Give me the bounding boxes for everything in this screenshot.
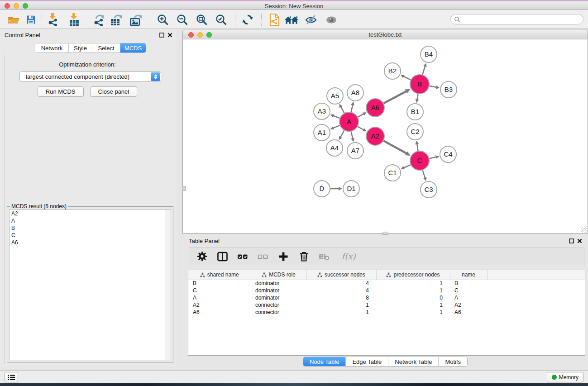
edge-A-A7[interactable] [351, 131, 353, 138]
mcds-result-item[interactable]: A6 [10, 239, 171, 246]
edge-A-A6[interactable] [358, 114, 363, 117]
edge-B-B3[interactable] [430, 86, 436, 87]
tab-edge-table[interactable]: Edge Table [346, 357, 388, 366]
network-window-titlebar[interactable]: testGlobe.txt [182, 29, 588, 39]
search-input[interactable] [460, 16, 583, 23]
edge-A6-B[interactable] [384, 91, 406, 103]
delete-column-trash-icon[interactable] [298, 251, 310, 262]
table-cell[interactable]: 4 [306, 287, 376, 294]
mcds-result-item[interactable]: A [10, 217, 171, 224]
table-row[interactable]: Bdominator41B [188, 280, 585, 287]
table-cell[interactable]: 0 [376, 294, 450, 301]
table-cell[interactable]: B [450, 280, 487, 287]
edge-C-C1[interactable] [404, 165, 411, 167]
table-cell[interactable]: C [450, 287, 487, 294]
new-network-from-selection-icon[interactable] [267, 13, 282, 27]
table-cell[interactable]: 1 [376, 287, 450, 294]
import-table-icon[interactable] [67, 13, 81, 27]
edge-A-A4[interactable] [341, 130, 344, 137]
table-cell[interactable]: 1 [376, 309, 450, 316]
edge-A-A8[interactable] [351, 105, 353, 112]
table-cell[interactable]: A6 [450, 309, 487, 316]
edge-A-A2[interactable] [358, 127, 363, 130]
zoom-selected-icon[interactable] [214, 13, 228, 27]
save-session-icon[interactable] [24, 13, 38, 27]
table-cell[interactable]: A6 [188, 309, 251, 316]
tab-node-table[interactable]: Node Table [303, 357, 346, 366]
run-mcds-button[interactable]: Run MCDS [38, 86, 84, 97]
edge-A2-C[interactable] [383, 141, 406, 153]
table-row[interactable]: A6connector11A6 [188, 309, 585, 316]
close-panel-button[interactable]: Close panel [90, 86, 138, 97]
table-cell[interactable]: A2 [450, 301, 487, 309]
splitter-handle[interactable] [182, 186, 186, 191]
table-cell[interactable]: dominator [251, 280, 306, 287]
hide-selected-icon[interactable] [304, 13, 318, 27]
deselect-all-icon[interactable] [257, 251, 269, 262]
open-session-icon[interactable] [6, 13, 21, 27]
tab-network-table[interactable]: Network Table [388, 357, 439, 366]
table-cell[interactable]: 1 [376, 280, 450, 287]
zoom-in-icon[interactable] [155, 13, 170, 27]
table-row[interactable]: Cdominator41C [188, 287, 585, 294]
network-canvas-area[interactable]: B4B2BB3A5A8A6A3AB1A1A2C2A4A7C4C1CC3DD1 [182, 39, 588, 234]
table-row[interactable]: Adominator80A [188, 294, 585, 301]
float-table-panel-icon[interactable] [569, 238, 574, 244]
zoom-fit-icon[interactable] [194, 13, 209, 27]
table-cell[interactable]: A [188, 294, 251, 301]
select-all-icon[interactable] [237, 251, 249, 262]
edge-B-B2[interactable] [404, 76, 411, 80]
edge-A-A3[interactable] [334, 116, 339, 118]
table-cell[interactable]: C [188, 287, 251, 294]
zoom-out-icon[interactable] [175, 13, 189, 27]
splitter-handle[interactable] [382, 232, 388, 235]
add-column-icon[interactable] [277, 251, 289, 262]
table-cell[interactable]: connector [251, 301, 306, 309]
export-table-icon[interactable] [109, 13, 124, 27]
table-cell[interactable]: A [450, 294, 487, 301]
export-network-icon[interactable] [91, 13, 106, 27]
tab-style[interactable]: Style [69, 43, 92, 52]
table-cell[interactable]: 4 [306, 280, 376, 287]
close-table-panel-icon[interactable] [577, 238, 583, 244]
tab-select[interactable]: Select [92, 43, 120, 52]
edge-A-A1[interactable] [334, 125, 340, 128]
toolbar-search[interactable] [450, 14, 583, 24]
mcds-result-item[interactable]: C [10, 232, 171, 239]
edge-C-C4[interactable] [429, 157, 435, 158]
show-columns-icon[interactable] [216, 251, 228, 262]
column-header-successor-nodes[interactable]: successor nodes [306, 270, 376, 280]
edge-B-B1[interactable] [417, 94, 418, 100]
table-cell[interactable]: connector [251, 309, 306, 316]
resize-grip-icon[interactable] [581, 227, 587, 233]
column-header-shared-name[interactable]: shared name [188, 270, 251, 280]
show-hidden-eye-icon[interactable] [324, 13, 339, 27]
table-cell[interactable]: 8 [306, 294, 376, 301]
table-cell[interactable]: 1 [306, 309, 376, 316]
table-cell[interactable]: B [188, 280, 251, 287]
mcds-result-list[interactable]: A2ABCA6 [9, 210, 171, 360]
edge-C-C3[interactable] [423, 170, 425, 177]
mcds-result-item[interactable]: B [10, 224, 171, 232]
optimization-criterion-select[interactable]: largest connected component (directed) [19, 71, 161, 82]
edge-A-A5[interactable] [341, 107, 344, 113]
column-header-MCDS-role[interactable]: MCDS role [251, 270, 306, 280]
tab-network[interactable]: Network [35, 43, 69, 52]
tab-motifs[interactable]: Motifs [439, 357, 467, 366]
window-titlebar[interactable]: Session: New Session [0, 1, 588, 10]
table-cell[interactable]: 1 [376, 301, 450, 309]
memory-button[interactable]: Memory [547, 372, 583, 382]
table-cell[interactable]: dominator [251, 287, 306, 294]
edge-B-B4[interactable] [422, 67, 425, 75]
mcds-result-item[interactable]: A2 [10, 210, 171, 217]
scrollbar-track[interactable] [165, 210, 171, 360]
network-graph[interactable]: B4B2BB3A5A8A6A3AB1A1A2C2A4A7C4C1CC3DD1 [185, 39, 585, 232]
task-history-list-icon[interactable] [5, 372, 18, 382]
close-panel-icon[interactable] [167, 32, 173, 38]
table-options-gear-icon[interactable] [196, 251, 208, 262]
column-header-predecessor-nodes[interactable]: predecessor nodes [376, 270, 450, 280]
export-image-icon[interactable] [129, 13, 143, 27]
node-table[interactable]: shared nameMCDS rolesuccessor nodesprede… [188, 270, 585, 356]
float-panel-icon[interactable] [159, 32, 165, 38]
home-icon[interactable] [284, 13, 299, 27]
